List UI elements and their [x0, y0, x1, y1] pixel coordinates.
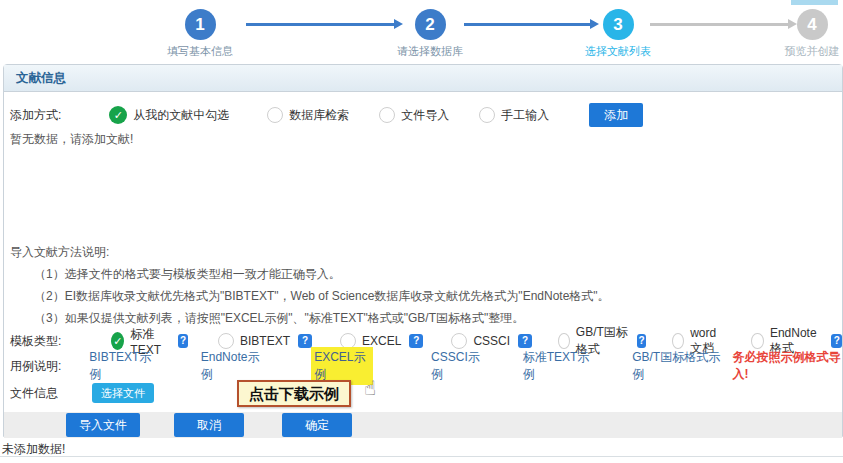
radio-unchecked-icon — [672, 333, 684, 349]
radio-label: 手工输入 — [501, 107, 549, 124]
radio-from-my-literature[interactable]: ✓ 从我的文献中勾选 — [109, 106, 229, 124]
radio-unchecked-icon — [451, 333, 467, 349]
help-icon[interactable]: ? — [518, 334, 532, 348]
import-instruction-item: （1）选择文件的格式要与模板类型相一致才能正确导入。 — [34, 266, 341, 283]
confirm-button[interactable]: 确定 — [282, 413, 352, 437]
import-file-button[interactable]: 导入文件 — [66, 413, 140, 437]
file-info-row: 文件信息 选择文件 — [4, 382, 842, 404]
examples-label: 用例说明: — [10, 358, 61, 375]
radio-manual-input[interactable]: 手工输入 — [479, 107, 549, 124]
radio-unchecked-icon — [379, 107, 395, 123]
download-example-tooltip: 点击下载示例 — [237, 380, 351, 407]
format-warning-text: 务必按照示例格式导入! — [732, 349, 842, 383]
radio-label: 数据库检索 — [289, 107, 349, 124]
panel-title: 文献信息 — [4, 65, 842, 92]
help-icon[interactable]: ? — [409, 334, 423, 348]
add-method-label: 添加方式: — [10, 107, 61, 124]
stepper: 1 填写基本信息 2 请选择数据库 3 选择文献列表 4 预览并创建 — [0, 0, 843, 60]
import-literature-wizard: 1 填写基本信息 2 请选择数据库 3 选择文献列表 4 预览并创建 文献信息 … — [0, 0, 843, 463]
radio-label: BIBTEXT — [240, 334, 290, 348]
step-1-circle[interactable]: 1 — [185, 9, 216, 40]
examples-row: 用例说明: BIBTEXT示例 EndNote示例 EXCEL示例 CSSCI示… — [4, 356, 842, 376]
step-3: 3 选择文献列表 — [548, 9, 688, 59]
step-4-circle[interactable]: 4 — [797, 9, 828, 40]
step-1-label: 填写基本信息 — [130, 44, 270, 59]
radio-file-import[interactable]: 文件导入 — [379, 107, 449, 124]
step-4: 4 预览并创建 — [742, 9, 843, 59]
radio-bibtext[interactable]: BIBTEXT ? — [218, 333, 312, 349]
empty-data-hint: 暂无数据，请添加文献! — [10, 131, 133, 148]
hand-cursor-icon: ☝ — [364, 376, 376, 400]
link-standard-text-example[interactable]: 标准TEXT示例 — [523, 349, 592, 383]
import-instructions-title: 导入文献方法说明: — [10, 244, 109, 261]
radio-csscl[interactable]: CSSCI ? — [451, 333, 532, 349]
step-4-label: 预览并创建 — [742, 44, 843, 59]
import-instruction-item: （3）如果仅提供文献列表，请按照"EXCEL示例"、"标准TEXT"格式或"GB… — [34, 310, 524, 327]
radio-unchecked-icon — [479, 107, 495, 123]
step-2-label: 请选择数据库 — [360, 44, 500, 59]
step-3-label: 选择文献列表 — [548, 44, 688, 59]
help-icon[interactable]: ? — [178, 334, 188, 348]
link-bibtext-example[interactable]: BIBTEXT示例 — [89, 349, 154, 383]
radio-label: EXCEL — [362, 334, 401, 348]
import-instruction-item: （2）EI数据库收录文献优先格式为"BIBTEXT"，Web of Scienc… — [34, 288, 610, 305]
link-endnote-example[interactable]: EndNote示例 — [201, 349, 263, 383]
radio-unchecked-icon — [218, 333, 234, 349]
radio-unchecked-icon — [558, 333, 570, 349]
link-csscl-example[interactable]: CSSCI示例 — [431, 349, 485, 383]
action-bar: 导入文件 取消 确定 — [4, 412, 842, 438]
help-icon[interactable]: ? — [831, 334, 842, 348]
step-2-circle[interactable]: 2 — [415, 9, 446, 40]
file-info-label: 文件信息 — [10, 385, 58, 402]
radio-unchecked-icon — [267, 107, 283, 123]
choose-file-button[interactable]: 选择文件 — [92, 383, 154, 403]
radio-label: 文件导入 — [401, 107, 449, 124]
step-3-circle[interactable]: 3 — [603, 9, 634, 40]
radio-label: 从我的文献中勾选 — [133, 107, 229, 124]
help-icon[interactable]: ? — [298, 334, 312, 348]
radio-checked-icon: ✓ — [111, 332, 124, 350]
help-icon[interactable]: ? — [637, 334, 647, 348]
radio-unchecked-icon — [751, 333, 764, 349]
cancel-button[interactable]: 取消 — [174, 413, 244, 437]
bottom-divider — [0, 456, 843, 457]
template-type-label: 模板类型: — [10, 333, 61, 350]
radio-checked-icon: ✓ — [109, 106, 127, 124]
add-button[interactable]: 添加 — [589, 103, 643, 127]
add-method-row: 添加方式: ✓ 从我的文献中勾选 数据库检索 文件导入 手工输入 添加 — [4, 102, 842, 128]
link-gbt-format-example[interactable]: GB/T国标格式示例 — [632, 349, 720, 383]
radio-database-search[interactable]: 数据库检索 — [267, 107, 349, 124]
literature-panel: 文献信息 添加方式: ✓ 从我的文献中勾选 数据库检索 文件导入 手工输入 添加… — [3, 64, 843, 437]
step-2: 2 请选择数据库 — [360, 9, 500, 59]
step-1: 1 填写基本信息 — [130, 9, 270, 59]
radio-label: CSSCI — [473, 334, 510, 348]
